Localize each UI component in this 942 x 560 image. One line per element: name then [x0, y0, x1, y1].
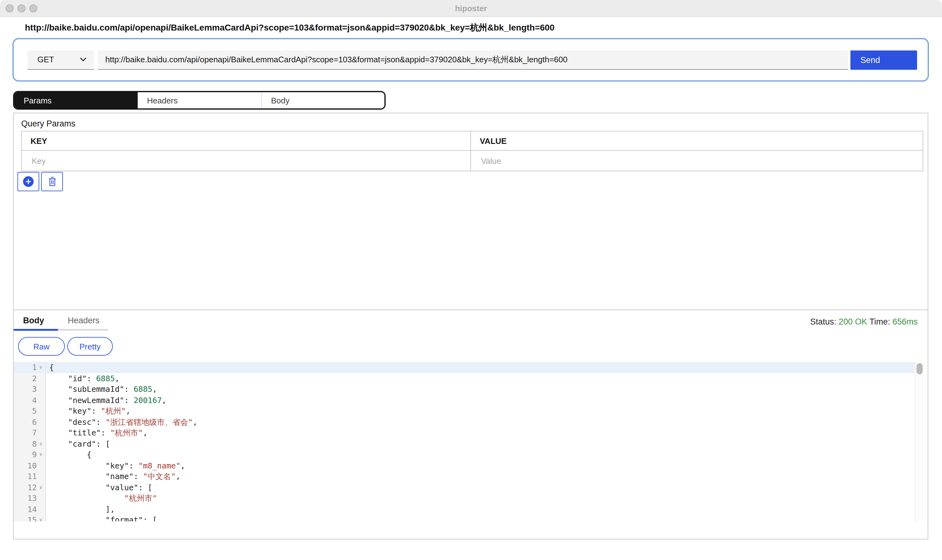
code-text: "newLemmaId": 200167, [46, 395, 166, 406]
line-number-gutter: 2 [14, 373, 46, 384]
fold-chevron-icon[interactable]: ∨ [38, 449, 44, 460]
method-select-value: GET [37, 55, 54, 64]
time-value: 656ms [893, 317, 918, 326]
code-line: 8∨ "card": [ [14, 438, 914, 449]
fold-chevron-icon[interactable]: ∨ [38, 482, 44, 493]
response-tab-headers[interactable]: Headers [68, 316, 100, 325]
line-number: 3 [32, 384, 37, 395]
params-table-row [22, 151, 923, 171]
code-line: 13 "杭州市" [14, 493, 914, 504]
code-text: "杭州市" [46, 493, 157, 504]
line-number: 1 [32, 362, 37, 373]
code-lines: 1∨{2 "id": 6885,3 "subLemmaId": 6885,4 "… [14, 362, 928, 522]
request-panel: GET Send [12, 38, 929, 82]
method-select[interactable]: GET [28, 50, 94, 69]
code-text: "card": [ [46, 438, 110, 449]
code-line: 12∨ "value": [ [14, 482, 914, 493]
code-text: "subLemmaId": 6885, [46, 384, 157, 395]
param-key-input[interactable] [31, 155, 449, 166]
tab-body[interactable]: Body [261, 92, 385, 108]
editor-scrollbar[interactable] [914, 362, 924, 522]
code-text: "key": "杭州", [46, 406, 131, 417]
line-number-gutter: 13 [14, 493, 46, 504]
line-number: 11 [28, 471, 37, 482]
line-number: 2 [32, 373, 37, 384]
query-params-section: Query Params KEY VALUE [14, 113, 928, 310]
response-tab-underline [14, 329, 108, 331]
code-line: 14 ], [14, 504, 914, 514]
chevron-down-icon [80, 57, 86, 62]
line-number: 9 [32, 449, 37, 460]
line-number-gutter: 8∨ [14, 438, 46, 449]
plus-icon [23, 176, 34, 187]
add-param-button[interactable] [17, 172, 39, 191]
line-number: 6 [32, 417, 37, 427]
line-number: 7 [32, 427, 37, 438]
code-text: ], [46, 504, 115, 514]
code-text: "id": 6885, [46, 373, 120, 384]
value-column-header: VALUE [470, 131, 923, 150]
request-tabs: Params Headers Body [13, 91, 386, 110]
line-number-gutter: 14 [14, 504, 46, 514]
line-number: 10 [28, 460, 37, 471]
code-line: 15∨ "format": [ [14, 514, 914, 522]
params-table: KEY VALUE [21, 131, 923, 171]
time-label: Time: [870, 317, 890, 326]
fold-chevron-icon[interactable]: ∨ [38, 514, 44, 522]
line-number: 14 [28, 504, 37, 514]
params-table-header: KEY VALUE [22, 131, 923, 151]
inactive-tab-indicator [58, 329, 108, 331]
line-number-gutter: 12∨ [14, 482, 46, 493]
line-number: 13 [28, 493, 37, 504]
response-tab-body[interactable]: Body [23, 316, 44, 325]
param-value-input[interactable] [480, 155, 900, 166]
raw-view-button[interactable]: Raw [18, 337, 65, 356]
response-status-line: Status: 200 OK Time: 656ms [810, 317, 918, 326]
code-text: { [46, 449, 91, 460]
line-number: 8 [32, 438, 37, 449]
tab-headers[interactable]: Headers [138, 92, 261, 108]
send-button[interactable]: Send [850, 50, 917, 69]
code-line: 3 "subLemmaId": 6885, [14, 384, 914, 395]
line-number-gutter: 3 [14, 384, 46, 395]
code-text: "value": [ [46, 482, 152, 493]
response-body-editor[interactable]: 1∨{2 "id": 6885,3 "subLemmaId": 6885,4 "… [14, 362, 928, 522]
line-number-gutter: 6 [14, 417, 46, 427]
fold-chevron-icon[interactable]: ∨ [38, 362, 44, 373]
code-text: "name": "中文名", [46, 471, 180, 482]
url-input[interactable] [98, 50, 848, 69]
code-line: 6 "desc": "浙江省辖地级市、省会", [14, 417, 914, 427]
window-title: hiposter [0, 4, 942, 13]
code-line: 5 "key": "杭州", [14, 406, 914, 417]
trash-icon [47, 176, 57, 187]
line-number: 15 [28, 514, 37, 522]
code-text: "key": "m8_name", [46, 460, 185, 471]
code-text: "desc": "浙江省辖地级市、省会", [46, 417, 197, 427]
status-label: Status: [810, 317, 836, 326]
delete-param-button[interactable] [41, 172, 63, 191]
code-text: { [46, 362, 54, 373]
code-line: 7 "title": "杭州市", [14, 427, 914, 438]
request-url-heading: http://baike.baidu.com/api/openapi/Baike… [25, 22, 554, 34]
code-text: "title": "杭州市", [46, 427, 148, 438]
code-text: "format": [ [46, 514, 157, 522]
tab-params[interactable]: Params [14, 92, 138, 108]
fold-chevron-icon[interactable]: ∨ [38, 438, 44, 449]
status-value: 200 OK [839, 317, 867, 326]
line-number-gutter: 11 [14, 471, 46, 482]
line-number-gutter: 9∨ [14, 449, 46, 460]
line-number: 4 [32, 395, 37, 406]
key-column-header: KEY [22, 131, 470, 150]
code-line: 4 "newLemmaId": 200167, [14, 395, 914, 406]
app-window: hiposter http://baike.baidu.com/api/open… [0, 0, 942, 560]
active-tab-indicator [14, 329, 58, 331]
pretty-view-button[interactable]: Pretty [67, 337, 113, 356]
line-number: 5 [32, 406, 37, 417]
code-line: 2 "id": 6885, [14, 373, 914, 384]
line-number-gutter: 10 [14, 460, 46, 471]
response-section: Body Headers Status: 200 OK Time: 656ms … [14, 310, 928, 540]
code-line: 10 "key": "m8_name", [14, 460, 914, 471]
scrollbar-thumb[interactable] [916, 363, 923, 374]
code-line: 1∨{ [14, 362, 914, 373]
gutter-separator [46, 362, 46, 522]
